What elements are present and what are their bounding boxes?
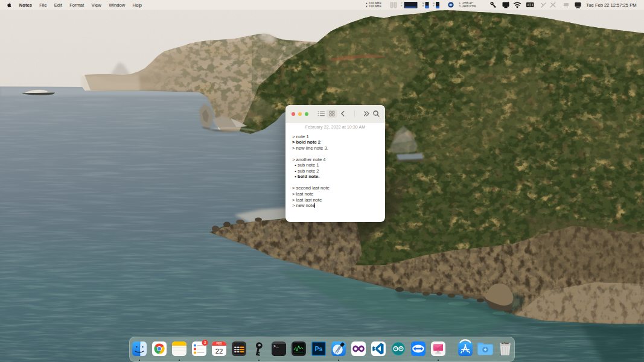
svg-text:2408 0.5W: 2408 0.5W [462, 5, 476, 8]
svg-text:N: N [459, 5, 461, 7]
svg-text:Ps: Ps [315, 345, 323, 352]
svg-text:3: 3 [204, 340, 206, 345]
svg-text:22: 22 [215, 348, 223, 355]
svg-text:P: P [401, 5, 403, 7]
svg-text:R: R [422, 5, 424, 7]
svg-text:2356 47°: 2356 47° [462, 2, 474, 5]
svg-text:12:57:25 PM: 12:57:25 PM [611, 2, 637, 8]
svg-text:P: P [433, 5, 435, 7]
svg-text:FEB: FEB [217, 342, 222, 345]
svg-text:Tue Feb 22: Tue Feb 22 [586, 2, 610, 8]
svg-text:0.00 MB/s: 0.00 MB/s [369, 2, 381, 5]
svg-text:>_: >_ [273, 344, 279, 349]
svg-text:0.00 MB/s: 0.00 MB/s [369, 5, 381, 8]
